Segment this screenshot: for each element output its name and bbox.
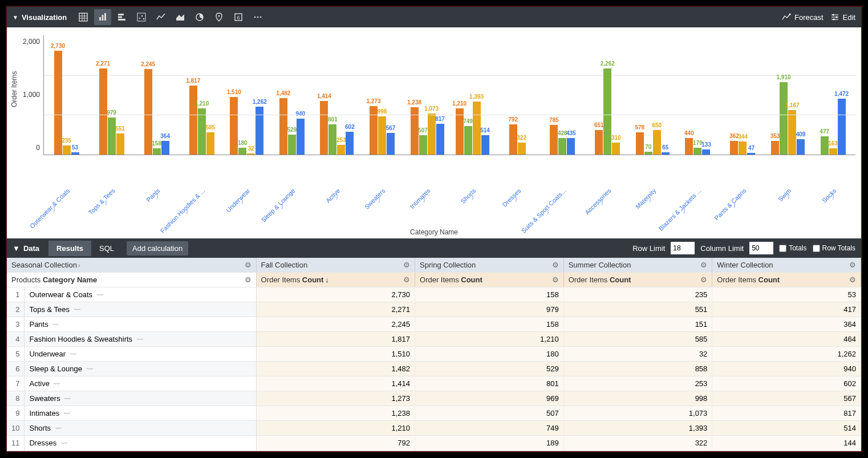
pivot-fall[interactable]: Fall Collection⚙ xyxy=(256,258,415,273)
bar[interactable]: 364 xyxy=(161,141,169,155)
bar[interactable]: 817 xyxy=(436,124,444,155)
measure-cell[interactable]: 940 xyxy=(712,362,861,376)
measure-cell[interactable]: 1,817 xyxy=(256,332,415,347)
bar-group[interactable]: 1,8171,210585 xyxy=(179,86,224,155)
table-row[interactable]: 1Outerwear & Coats 〰2,73015823553 xyxy=(7,287,861,302)
bar[interactable]: 32 xyxy=(247,153,255,155)
measure-cell[interactable]: 417 xyxy=(712,302,861,317)
bar[interactable]: 2,262 xyxy=(603,68,611,155)
table-row[interactable]: 12Suits & Sport Coats 〰785428402435 xyxy=(7,451,861,452)
bar[interactable]: 158 xyxy=(153,148,161,155)
single-value-viz-icon[interactable]: 6 xyxy=(230,9,247,25)
bar[interactable]: 1,817 xyxy=(189,86,197,155)
measure-cell[interactable]: 158 xyxy=(415,317,564,332)
category-cell[interactable]: Outerwear & Coats 〰 xyxy=(25,287,256,302)
tab-sql[interactable]: SQL xyxy=(91,241,122,256)
bar[interactable]: 1,510 xyxy=(230,97,238,155)
bar[interactable]: 1,210 xyxy=(456,108,464,155)
measure-cell[interactable]: 602 xyxy=(712,376,861,391)
bar[interactable]: 47 xyxy=(747,153,755,155)
measure-header-fall[interactable]: Order Items Count↓⚙ xyxy=(256,273,415,287)
pivot-summer[interactable]: Summer Collection⚙ xyxy=(563,258,712,273)
measure-cell[interactable]: 1,393 xyxy=(563,421,712,436)
measure-cell[interactable]: 514 xyxy=(712,421,861,436)
gear-icon[interactable]: ⚙ xyxy=(245,275,252,284)
measure-cell[interactable]: 551 xyxy=(563,302,712,317)
bar[interactable]: 1,210 xyxy=(198,108,206,155)
category-cell[interactable]: Shorts 〰 xyxy=(25,421,256,436)
area-viz-icon[interactable] xyxy=(172,9,189,25)
x-category-label[interactable]: Outerwear & Coats 〰 xyxy=(28,187,71,230)
measure-cell[interactable]: 364 xyxy=(712,317,861,332)
bar[interactable]: 1,238 xyxy=(411,107,419,155)
gear-icon[interactable]: ⚙ xyxy=(552,261,559,269)
bar-group[interactable]: 2,73023553 xyxy=(44,51,89,155)
category-cell[interactable]: Dresses 〰 xyxy=(25,436,256,451)
x-category-label[interactable]: Shorts 〰 xyxy=(459,187,477,205)
gear-icon[interactable]: ⚙ xyxy=(700,261,707,269)
measure-cell[interactable]: 1,073 xyxy=(563,406,712,421)
table-row[interactable]: 8Sweaters 〰1,273969998567 xyxy=(7,391,861,406)
tab-results[interactable]: Results xyxy=(48,241,91,256)
measure-cell[interactable]: 817 xyxy=(712,406,861,421)
bar[interactable]: 650 xyxy=(653,130,661,155)
more-viz-icon[interactable] xyxy=(249,9,266,25)
bar[interactable]: 65 xyxy=(662,152,670,155)
table-row[interactable]: 3Pants 〰2,245158151364 xyxy=(7,317,861,332)
measure-cell[interactable]: 435 xyxy=(712,451,861,452)
bar-group[interactable]: 440179133 xyxy=(675,138,720,155)
category-cell[interactable]: Intimates 〰 xyxy=(25,406,256,421)
bar[interactable]: 1,414 xyxy=(320,101,328,155)
table-row[interactable]: 9Intimates 〰1,2385071,073817 xyxy=(7,406,861,421)
category-cell[interactable]: Underwear 〰 xyxy=(25,347,256,362)
bar-group[interactable]: 785428435 xyxy=(540,125,585,155)
bar[interactable]: 440 xyxy=(685,138,693,155)
dimension-header[interactable]: Products Category Name ⚙ xyxy=(7,273,256,287)
bar-group[interactable]: 1,482529940 xyxy=(269,98,314,155)
bar[interactable]: 979 xyxy=(108,117,116,155)
measure-header-winter[interactable]: Order Items Count⚙ xyxy=(712,273,861,287)
bar[interactable]: 514 xyxy=(481,135,489,155)
table-row[interactable]: 7Active 〰1,414801253602 xyxy=(7,376,861,391)
gear-icon[interactable]: ⚙ xyxy=(849,275,856,284)
gear-icon[interactable]: ⚙ xyxy=(552,275,559,284)
measure-cell[interactable]: 53 xyxy=(712,287,861,302)
bar[interactable]: 940 xyxy=(297,119,305,155)
bar[interactable]: 477 xyxy=(821,136,829,155)
table-row[interactable]: 6Sleep & Lounge 〰1,482529858940 xyxy=(7,362,861,376)
bar[interactable]: 163 xyxy=(829,148,837,155)
gear-icon[interactable]: ⚙ xyxy=(403,275,410,284)
measure-cell[interactable]: 189 xyxy=(415,436,564,451)
chart-plot[interactable]: 2,730235532,2719795512,2451583641,8171,2… xyxy=(43,35,855,155)
bar[interactable]: 133 xyxy=(702,149,710,155)
x-category-label[interactable]: Pants 〰 xyxy=(145,187,161,203)
bar[interactable]: 749 xyxy=(464,126,472,155)
measure-cell[interactable]: 144 xyxy=(712,436,861,451)
bar-group[interactable]: 1,510180321,262 xyxy=(224,97,269,155)
bar[interactable]: 435 xyxy=(567,138,575,155)
bar-group[interactable]: 6512,262310 xyxy=(585,68,630,155)
measure-cell[interactable]: 785 xyxy=(256,451,415,452)
table-row[interactable]: 5Underwear 〰1,510180321,262 xyxy=(7,347,861,362)
bar[interactable]: 651 xyxy=(595,130,603,155)
measure-cell[interactable]: 151 xyxy=(563,317,712,332)
measure-cell[interactable]: 792 xyxy=(256,436,415,451)
gear-icon[interactable]: ⚙ xyxy=(403,261,410,269)
add-calculation-button[interactable]: Add calculation xyxy=(127,241,188,256)
measure-cell[interactable]: 1,273 xyxy=(256,391,415,406)
bar[interactable]: 1,482 xyxy=(279,98,287,155)
bar[interactable]: 585 xyxy=(206,132,214,155)
bar-group[interactable]: 2,271979551 xyxy=(89,68,134,155)
bar-group[interactable]: 5787065065 xyxy=(630,130,675,155)
line-viz-icon[interactable] xyxy=(152,9,169,25)
map-viz-icon[interactable] xyxy=(210,9,228,25)
measure-header-summer[interactable]: Order Items Count⚙ xyxy=(563,273,712,287)
measure-cell[interactable]: 2,271 xyxy=(256,302,415,317)
category-cell[interactable]: Sleep & Lounge 〰 xyxy=(25,362,256,376)
pie-viz-icon[interactable] xyxy=(191,9,208,25)
table-viz-icon[interactable] xyxy=(75,9,92,25)
gear-icon[interactable]: ⚙ xyxy=(849,261,856,269)
measure-cell[interactable]: 585 xyxy=(563,332,712,347)
bar[interactable]: 344 xyxy=(739,141,747,155)
bar[interactable]: 1,910 xyxy=(780,82,788,155)
